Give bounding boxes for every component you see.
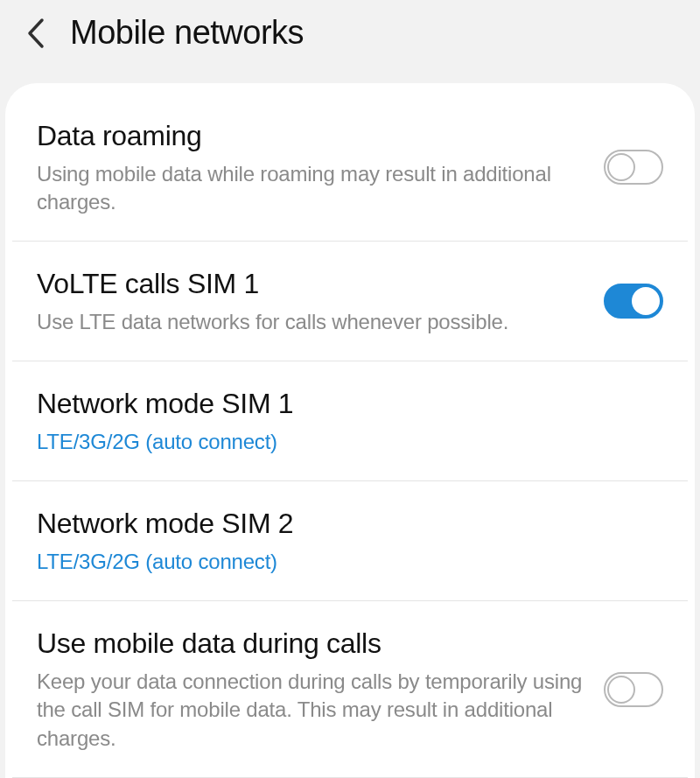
row-text: VoLTE calls SIM 1 Use LTE data networks … xyxy=(37,266,604,336)
row-title: Use mobile data during calls xyxy=(37,626,583,662)
row-value: LTE/3G/2G (auto connect) xyxy=(37,548,642,576)
row-title: Data roaming xyxy=(37,118,583,155)
row-data-roaming[interactable]: Data roaming Using mobile data while roa… xyxy=(12,94,688,242)
toggle-volte-sim1[interactable] xyxy=(604,284,663,319)
row-subtitle: Using mobile data while roaming may resu… xyxy=(37,160,583,217)
row-title: Network mode SIM 2 xyxy=(37,506,642,543)
toggle-data-roaming[interactable] xyxy=(604,150,663,185)
row-text: Network mode SIM 2 LTE/3G/2G (auto conne… xyxy=(37,506,663,576)
row-title: VoLTE calls SIM 1 xyxy=(37,266,583,303)
chevron-left-icon xyxy=(24,17,46,50)
page-title: Mobile networks xyxy=(70,14,304,52)
row-network-mode-sim1[interactable]: Network mode SIM 1 LTE/3G/2G (auto conne… xyxy=(12,361,688,481)
header: Mobile networks xyxy=(0,0,700,83)
row-text: Data roaming Using mobile data while roa… xyxy=(37,118,604,216)
toggle-knob xyxy=(607,676,635,704)
row-subtitle: Keep your data connection during calls b… xyxy=(37,668,583,753)
toggle-knob xyxy=(632,287,660,315)
settings-list: Data roaming Using mobile data while roa… xyxy=(5,83,695,778)
row-title: Network mode SIM 1 xyxy=(37,386,642,423)
row-mobile-data-during-calls[interactable]: Use mobile data during calls Keep your d… xyxy=(12,601,688,778)
row-subtitle: Use LTE data networks for calls whenever… xyxy=(37,308,583,336)
toggle-knob xyxy=(607,153,635,181)
row-network-mode-sim2[interactable]: Network mode SIM 2 LTE/3G/2G (auto conne… xyxy=(12,481,688,601)
row-volte-sim1[interactable]: VoLTE calls SIM 1 Use LTE data networks … xyxy=(12,242,688,361)
back-button[interactable] xyxy=(24,17,46,50)
toggle-mobile-data-during-calls[interactable] xyxy=(604,672,663,707)
row-value: LTE/3G/2G (auto connect) xyxy=(37,428,642,456)
row-text: Network mode SIM 1 LTE/3G/2G (auto conne… xyxy=(37,386,663,456)
row-text: Use mobile data during calls Keep your d… xyxy=(37,626,604,753)
